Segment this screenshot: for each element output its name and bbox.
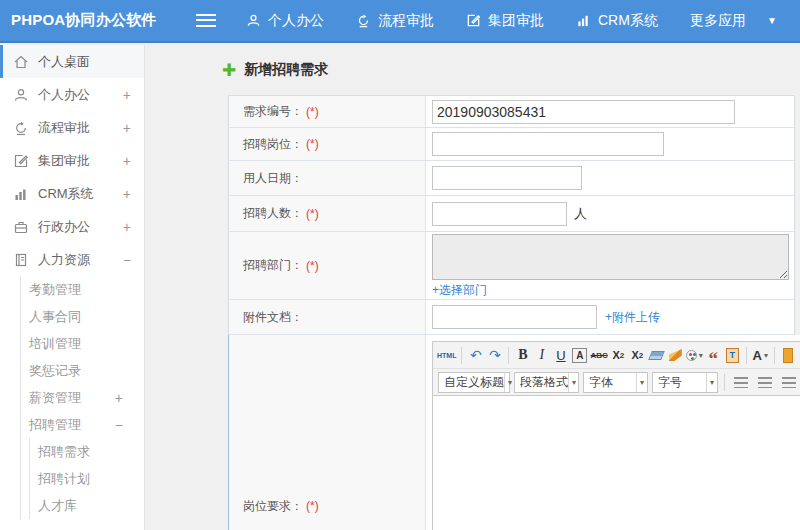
- collapse-minus-icon[interactable]: −: [115, 417, 123, 433]
- required-mark: (*): [306, 499, 319, 513]
- sidebar-item-attendance-mgmt[interactable]: 考勤管理: [21, 276, 144, 303]
- sidebar-item-process-approval[interactable]: 流程审批 +: [0, 111, 144, 144]
- position-input[interactable]: [432, 132, 664, 156]
- app-logo: PHPOA协同办公软件: [0, 11, 196, 30]
- attachment-upload-link[interactable]: +附件上传: [605, 309, 660, 326]
- topnav-more-apps[interactable]: 更多应用 ▼: [690, 12, 777, 30]
- topnav-label: 集团审批: [488, 12, 544, 30]
- font-name-button[interactable]: A: [571, 345, 588, 365]
- expand-plus-icon[interactable]: +: [123, 153, 131, 169]
- brush-icon: [669, 349, 682, 361]
- department-textarea[interactable]: [432, 234, 789, 280]
- recruit-demand-form: 需求编号：(*) 招聘岗位：(*) 用人日期： 招聘人数：(*) 人 招聘部门：…: [228, 95, 795, 530]
- paste-button[interactable]: T: [724, 345, 741, 365]
- caret-down-icon: ▾: [568, 373, 579, 392]
- clipboard-icon: T: [726, 348, 739, 363]
- form-row-department: 招聘部门：(*) +选择部门: [229, 232, 794, 300]
- attachment-input[interactable]: [432, 305, 597, 329]
- home-icon: [12, 53, 29, 70]
- custom-heading-select[interactable]: 自定义标题▾: [438, 372, 510, 393]
- sidebar-item-recruit-mgmt[interactable]: 招聘管理−: [21, 411, 144, 438]
- sidebar-item-crm-system[interactable]: CRM系统 +: [0, 177, 144, 210]
- demand-no-input[interactable]: [432, 100, 735, 124]
- sidebar-item-admin-office[interactable]: 行政办公 +: [0, 210, 144, 243]
- expand-plus-icon[interactable]: +: [115, 390, 123, 406]
- superscript-button[interactable]: X2: [610, 345, 627, 365]
- sidebar-item-talent-pool[interactable]: 人才库: [30, 492, 144, 519]
- quick-format-button[interactable]: [667, 345, 684, 365]
- sidebar-item-personal-office[interactable]: 个人办公 +: [0, 78, 144, 111]
- undo-button[interactable]: ↶: [467, 345, 484, 365]
- blockquote-button[interactable]: “: [705, 345, 722, 365]
- subscript-button[interactable]: X2: [629, 345, 646, 365]
- source-code-button[interactable]: HTML: [437, 345, 456, 365]
- italic-button[interactable]: I: [533, 345, 550, 365]
- bold-button[interactable]: B: [514, 345, 531, 365]
- strikethrough-button[interactable]: ABC: [590, 345, 607, 365]
- topnav-process-approval[interactable]: 流程审批: [356, 12, 434, 30]
- hamburger-menu-icon[interactable]: [196, 14, 216, 27]
- expand-plus-icon[interactable]: +: [123, 186, 131, 202]
- sub-mark: 2: [639, 351, 643, 360]
- image-icon: [783, 348, 793, 363]
- redo-button[interactable]: ↷: [486, 345, 503, 365]
- font-color-a: A: [753, 348, 762, 363]
- field-label: 需求编号：(*): [229, 96, 426, 127]
- hr-submenu: 考勤管理 人事合同 培训管理 奖惩记录 薪资管理+ 招聘管理− 招聘需求 招聘计…: [20, 276, 144, 519]
- toolbar-separator: [724, 374, 725, 391]
- select-department-link[interactable]: +选择部门: [432, 282, 487, 299]
- sidebar-item-personnel-contract[interactable]: 人事合同: [21, 303, 144, 330]
- sidebar-item-salary-mgmt[interactable]: 薪资管理+: [21, 384, 144, 411]
- sidebar-item-group-approval[interactable]: 集团审批 +: [0, 144, 144, 177]
- sidebar-item-reward-punishment[interactable]: 奖惩记录: [21, 357, 144, 384]
- eraser-icon: [648, 351, 665, 360]
- image-button[interactable]: [780, 345, 797, 365]
- form-row-job-requirements: 岗位要求：(*) HTML ↶ ↷ B I U A ABC X2: [228, 335, 794, 530]
- sidebar-item-label: 招聘计划: [38, 470, 90, 488]
- font-family-select[interactable]: 字体▾: [583, 372, 648, 393]
- topnav-group-approval[interactable]: 集团审批: [466, 12, 544, 30]
- headcount-input[interactable]: [432, 202, 567, 226]
- align-left-icon[interactable]: [734, 377, 748, 388]
- sidebar-item-label: CRM系统: [38, 185, 94, 203]
- expand-plus-icon[interactable]: +: [123, 87, 131, 103]
- paragraph-format-select[interactable]: 段落格式▾: [514, 372, 579, 393]
- font-color-button[interactable]: A▾: [752, 345, 769, 365]
- sidebar-item-training-mgmt[interactable]: 培训管理: [21, 330, 144, 357]
- remove-format-button[interactable]: [648, 345, 665, 365]
- app-header: PHPOA协同办公软件 个人办公 流程审批 集团审批 CRM系统 更多应用 ▼: [0, 0, 800, 43]
- editor-content-area[interactable]: [433, 396, 800, 530]
- field-label: 岗位要求：(*): [229, 335, 426, 530]
- hire-date-input[interactable]: [432, 166, 582, 190]
- label-text: 岗位要求：: [243, 498, 303, 515]
- book-icon: [12, 251, 29, 268]
- required-mark: (*): [306, 259, 319, 273]
- highlight-color-button[interactable]: ▾: [686, 345, 703, 365]
- editor-toolbar-row1: HTML ↶ ↷ B I U A ABC X2 X2 ▾: [433, 342, 800, 369]
- sidebar-item-label: 招聘需求: [38, 443, 90, 461]
- font-size-select[interactable]: 字号▾: [652, 372, 718, 393]
- expand-plus-icon[interactable]: +: [123, 219, 131, 235]
- align-right-icon[interactable]: [782, 377, 796, 388]
- topnav-crm-system[interactable]: CRM系统: [576, 12, 658, 30]
- briefcase-icon: [12, 218, 29, 235]
- align-center-icon[interactable]: [758, 377, 772, 388]
- sidebar-item-label: 流程审批: [38, 119, 90, 137]
- underline-button[interactable]: U: [552, 345, 569, 365]
- label-text: 附件文档：: [243, 309, 303, 326]
- top-navigation: 个人办公 流程审批 集团审批 CRM系统 更多应用 ▼: [246, 12, 777, 30]
- sidebar-item-personal-desktop[interactable]: 个人桌面: [0, 45, 144, 78]
- sidebar-item-human-resources[interactable]: 人力资源 −: [0, 243, 144, 276]
- form-row-attachment: 附件文档： +附件上传: [229, 300, 794, 335]
- page-header: ✚ 新增招聘需求: [146, 45, 800, 95]
- collapse-minus-icon[interactable]: −: [123, 252, 131, 268]
- sidebar-item-recruit-demand[interactable]: 招聘需求: [30, 438, 144, 465]
- sidebar-item-recruit-plan[interactable]: 招聘计划: [30, 465, 144, 492]
- caret-down-icon[interactable]: ▼: [767, 15, 777, 26]
- topnav-label: 更多应用: [690, 12, 746, 30]
- sub-base: X: [631, 349, 638, 361]
- user-icon: [12, 86, 29, 103]
- expand-plus-icon[interactable]: +: [123, 120, 131, 136]
- topnav-personal-office[interactable]: 个人办公: [246, 12, 324, 30]
- label-text: 用人日期：: [243, 170, 303, 187]
